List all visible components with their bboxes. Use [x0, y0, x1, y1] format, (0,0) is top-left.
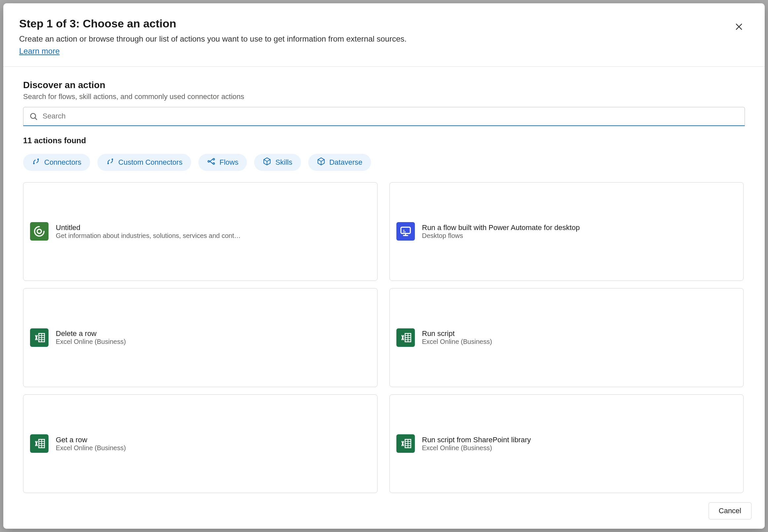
desktop-icon [396, 222, 415, 241]
cancel-button[interactable]: Cancel [709, 502, 751, 519]
filter-label: Flows [219, 158, 238, 167]
discover-subtitle: Search for flows, skill actions, and com… [23, 92, 745, 101]
card-subtitle: Excel Online (Business) [422, 444, 737, 452]
excel-icon [396, 328, 415, 347]
dialog-title: Step 1 of 3: Choose an action [19, 17, 749, 30]
cube-icon [263, 157, 271, 168]
card-title: Delete a row [56, 329, 371, 338]
card-subtitle: Get information about industries, soluti… [56, 232, 371, 240]
card-title: Untitled [56, 223, 371, 232]
card-body: Get a row Excel Online (Business) [56, 436, 371, 452]
cube-icon [317, 157, 325, 168]
filter-label: Custom Connectors [118, 158, 183, 167]
filter-label: Dataverse [329, 158, 362, 167]
card-body: Run script from SharePoint library Excel… [422, 436, 737, 452]
connector-icon [32, 157, 40, 168]
filter-skills[interactable]: Skills [254, 154, 301, 171]
filter-flows[interactable]: Flows [198, 154, 247, 171]
connector-icon [106, 157, 115, 168]
dialog-body: Discover an action Search for flows, ski… [3, 67, 765, 493]
card-title: Run script [422, 329, 737, 338]
search-wrap [23, 107, 745, 126]
excel-icon [30, 434, 49, 453]
action-card-get-row[interactable]: Get a row Excel Online (Business) [23, 394, 378, 493]
card-body: Run script Excel Online (Business) [422, 329, 737, 346]
dialog-footer: Cancel [3, 493, 765, 529]
card-title: Run a flow built with Power Automate for… [422, 223, 737, 232]
card-title: Run script from SharePoint library [422, 436, 737, 444]
excel-icon [396, 434, 415, 453]
card-subtitle: Excel Online (Business) [56, 338, 371, 346]
flow-icon [207, 157, 216, 168]
results-count: 11 actions found [23, 136, 745, 145]
filter-dataverse[interactable]: Dataverse [308, 154, 371, 171]
card-subtitle: Excel Online (Business) [422, 338, 737, 346]
search-input[interactable] [23, 107, 745, 126]
filter-label: Connectors [44, 158, 82, 167]
filter-custom-connectors[interactable]: Custom Connectors [97, 154, 191, 171]
dialog-header: Step 1 of 3: Choose an action Create an … [3, 3, 765, 67]
action-cards: Untitled Get information about industrie… [23, 182, 745, 493]
filter-connectors[interactable]: Connectors [23, 154, 90, 171]
close-button[interactable] [731, 19, 747, 35]
swirl-icon [30, 222, 49, 241]
action-card-run-script[interactable]: Run script Excel Online (Business) [389, 288, 744, 387]
choose-action-dialog: Step 1 of 3: Choose an action Create an … [3, 3, 765, 529]
filter-row: Connectors Custom Connectors Flows Skill… [23, 154, 745, 171]
card-body: Run a flow built with Power Automate for… [422, 223, 737, 240]
action-card-run-script-sp[interactable]: Run script from SharePoint library Excel… [389, 394, 744, 493]
learn-more-link[interactable]: Learn more [19, 47, 60, 56]
card-body: Untitled Get information about industrie… [56, 223, 371, 240]
discover-title: Discover an action [23, 80, 745, 90]
excel-icon [30, 328, 49, 347]
card-body: Delete a row Excel Online (Business) [56, 329, 371, 346]
close-icon [734, 22, 744, 32]
filter-label: Skills [275, 158, 292, 167]
card-subtitle: Desktop flows [422, 232, 737, 240]
card-title: Get a row [56, 436, 371, 444]
action-card-delete-row[interactable]: Delete a row Excel Online (Business) [23, 288, 378, 387]
dialog-subtitle: Create an action or browse through our l… [19, 33, 749, 45]
card-subtitle: Excel Online (Business) [56, 444, 371, 452]
action-card-run-pad-flow[interactable]: Run a flow built with Power Automate for… [389, 182, 744, 281]
action-card-untitled[interactable]: Untitled Get information about industrie… [23, 182, 378, 281]
